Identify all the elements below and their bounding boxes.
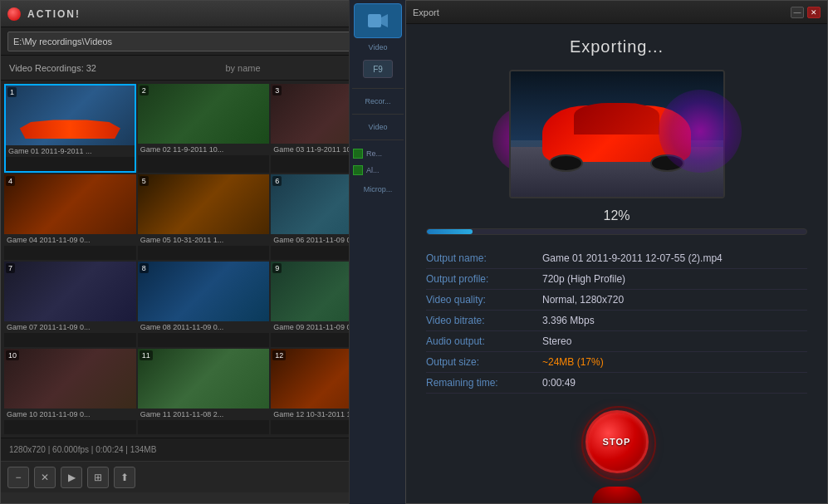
list-item[interactable]: 1 Game 01 2011-9-2011 ... (4, 84, 136, 173)
sidebar-tab-video[interactable] (354, 3, 402, 38)
toolbar-bottom: − ✕ ▶ ⊞ ⬆ (1, 461, 406, 492)
stop-button[interactable]: STOP (585, 410, 649, 473)
thumb-preview: 1 (6, 86, 135, 145)
video-quality-value: Normal, 1280x720 (542, 294, 624, 306)
record-label: Recor... (363, 95, 392, 107)
recordings-header: Video Recordings: 32 by name ▲ (1, 56, 406, 81)
splash-right (659, 90, 742, 173)
thumb-number: 5 (140, 176, 149, 186)
progress-section: 12% (426, 208, 807, 235)
minimize-button[interactable]: — (791, 7, 804, 18)
list-item[interactable]: 5 Game 05 10-31-2011 1... (138, 174, 270, 260)
thumb-number: 7 (6, 263, 15, 273)
title-bar: ACTION! (1, 1, 406, 27)
list-item[interactable]: 2 Game 02 11-9-2011 10... (138, 84, 270, 173)
video-bitrate-value: 3.396 Mbps (542, 315, 595, 326)
output-profile-value: 720p (High Profile) (542, 273, 625, 285)
close-button[interactable]: ✕ (807, 7, 821, 18)
thumb-number: 11 (140, 350, 153, 360)
thumb-preview: 8 (138, 262, 270, 321)
video-bitrate-key: Video bitrate: (426, 315, 542, 326)
export-content: Exporting... (406, 24, 827, 487)
checkbox-2[interactable] (353, 165, 363, 175)
upload-button[interactable]: ⬆ (114, 467, 135, 488)
output-name-key: Output name: (426, 252, 542, 264)
path-bar: ... (1, 27, 406, 56)
preview-area (426, 70, 807, 198)
info-row-output-size: Output size: ~24MB (17%) (426, 352, 807, 373)
divider2 (352, 114, 403, 115)
car-roof (574, 103, 659, 135)
thumbnail-grid: 1 Game 01 2011-9-2011 ... 2 Game 02 11-9… (1, 81, 406, 438)
video-label2: Video (367, 121, 390, 133)
thumb-number: 8 (140, 263, 149, 273)
path-input[interactable] (7, 32, 375, 51)
f9-badge[interactable]: F9 (363, 60, 393, 78)
info-row-video-bitrate: Video bitrate: 3.396 Mbps (426, 311, 807, 331)
thumb-label: Game 11 2011-11-08 2... (138, 409, 270, 420)
thumb-label: Game 10 2011-11-09 0... (4, 409, 136, 420)
stop-label: STOP (603, 437, 631, 447)
list-item[interactable]: 7 Game 07 2011-11-09 0... (4, 262, 136, 347)
video-tab-label: Video (369, 43, 388, 51)
thumb-preview: 11 (138, 349, 270, 409)
close-button[interactable]: ✕ (34, 467, 56, 488)
app-icon (7, 7, 21, 21)
thumb-preview: 4 (4, 174, 136, 234)
folder-button[interactable]: ⊞ (87, 467, 109, 488)
thumb-number: 10 (6, 350, 19, 360)
progress-bar-fill (427, 229, 473, 234)
svg-rect-0 (368, 14, 381, 27)
app-title: ACTION! (27, 8, 81, 20)
thumb-label: Game 05 10-31-2011 1... (138, 234, 270, 246)
checkbox-row-1: Re... (350, 147, 406, 160)
thumb-preview: 2 (138, 84, 270, 144)
play-button[interactable]: ▶ (61, 467, 82, 488)
checkbox-2-label: Al... (366, 166, 380, 174)
list-item[interactable]: 10 Game 10 2011-11-09 0... (4, 349, 136, 434)
thumb-label: Game 07 2011-11-09 0... (4, 321, 136, 333)
info-row-audio-output: Audio output: Stereo (426, 331, 807, 352)
export-title-text: Export (413, 7, 439, 17)
thumb-label: Game 01 2011-9-2011 ... (6, 145, 135, 157)
checkbox-1[interactable] (353, 149, 363, 159)
list-item[interactable]: 8 Game 08 2011-11-09 0... (138, 262, 270, 347)
progress-percent: 12% (426, 208, 807, 223)
divider (352, 88, 403, 89)
list-item[interactable]: 4 Game 04 2011-11-09 0... (4, 174, 136, 260)
audio-output-value: Stereo (542, 335, 571, 347)
thumb-number: 4 (6, 176, 15, 186)
wheel-left (549, 154, 583, 172)
thumb-label: Game 04 2011-11-09 0... (4, 234, 136, 246)
info-row-output-name: Output name: Game 01 2011-9-2011 12-07-5… (426, 248, 807, 269)
info-row-output-profile: Output profile: 720p (High Profile) (426, 269, 807, 290)
remove-button[interactable]: − (7, 467, 29, 488)
thumb-preview: 7 (4, 262, 136, 321)
thumb-number: 3 (272, 86, 282, 95)
remaining-time-key: Remaining time: (426, 377, 542, 389)
thumb-preview: 5 (138, 174, 270, 234)
output-profile-key: Output profile: (426, 273, 542, 285)
list-item[interactable]: 11 Game 11 2011-11-08 2... (138, 349, 270, 434)
thumb-number: 1 (7, 87, 17, 97)
stop-section: STOP (426, 410, 807, 473)
output-size-key: Output size: (426, 356, 542, 368)
thumb-preview: 10 (4, 349, 136, 409)
video-quality-key: Video quality: (426, 294, 542, 306)
sort-label: by name (225, 63, 260, 73)
checkbox-row-2: Al... (350, 164, 406, 177)
output-size-value: ~24MB (17%) (542, 356, 604, 368)
thumb-number: 12 (272, 350, 286, 360)
audio-output-key: Audio output: (426, 335, 542, 347)
divider3 (352, 139, 403, 140)
thumb-label: Game 02 11-9-2011 10... (138, 144, 270, 155)
sidebar-panel: Video F9 Recor... Video Re... Al... Micr… (349, 0, 407, 504)
thumb-number: 9 (272, 263, 282, 273)
remaining-time-value: 0:00:49 (542, 377, 576, 389)
export-window: Export — ✕ Exporting... (405, 0, 828, 504)
thumb-number: 6 (272, 176, 282, 186)
status-bar: 1280x720 | 60.000fps | 0:00:24 | 134MB (1, 438, 406, 461)
info-row-video-quality: Video quality: Normal, 1280x720 (426, 290, 807, 311)
exporting-title: Exporting... (426, 37, 807, 56)
info-table: Output name: Game 01 2011-9-2011 12-07-5… (426, 248, 807, 394)
